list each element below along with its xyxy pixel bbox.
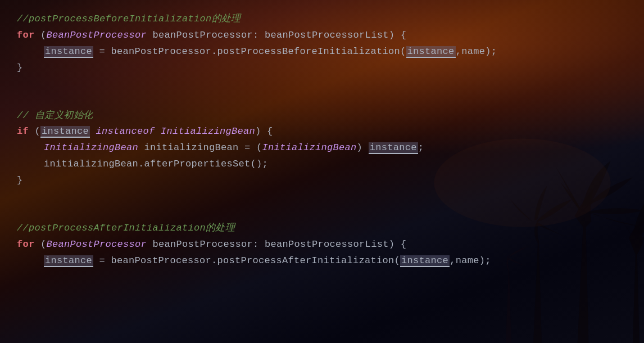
plain-if1: (: [29, 126, 40, 137]
empty-line-3: [17, 189, 627, 205]
empty-line-1: [17, 76, 627, 92]
code-container: //postProcessBeforeInitialization的处理 for…: [0, 0, 644, 343]
comment-after-cn: 的处理: [206, 223, 235, 233]
plain-cast1: initializingBean = (: [138, 142, 262, 153]
plain-cast2: ): [357, 142, 369, 153]
comment-before: //postProcessBeforeInitialization: [17, 13, 212, 24]
highlight-instance1b: instance: [406, 46, 456, 58]
code-line-comment1: //postProcessBeforeInitialization的处理: [17, 11, 627, 28]
type-initializingbean2: InitializingBean: [262, 142, 357, 153]
code-line-instance2: instance = beanPostProcessor.postProcess…: [17, 253, 627, 269]
plain-name1: ,name);: [456, 46, 497, 57]
keyword-if1: if: [17, 126, 29, 137]
code-line-comment2: // 自定义初始化: [17, 108, 627, 124]
highlight-instance4: instance: [44, 255, 93, 267]
code-line-for2: for (BeanPostProcessor beanPostProcessor…: [17, 237, 627, 253]
plain-assign1: = beanPostProcessor.postProcessBeforeIni…: [93, 46, 406, 57]
empty-line-2: [17, 92, 627, 108]
comment-after: //postProcessAfterInitialization: [17, 223, 206, 233]
brace-close2: }: [17, 175, 23, 186]
highlight-instance5: instance: [400, 255, 450, 267]
plain-assign2: = beanPostProcessor.postProcessAfterInit…: [93, 255, 400, 266]
keyword-for1: for: [17, 30, 35, 40]
type-beanpostprocessor2: BeanPostProcessor: [47, 239, 147, 250]
type-instanceof: instanceof InitializingBean: [96, 126, 256, 137]
code-line-method1: initializingBean.afterPropertiesSet();: [17, 156, 627, 173]
type-initializingbean1: InitializingBean: [44, 142, 138, 153]
code-line-for1: for (BeanPostProcessor beanPostProcessor…: [17, 28, 627, 44]
keyword-for2: for: [17, 239, 35, 250]
code-line-close2: }: [17, 173, 627, 189]
code-line-instance1: instance = beanPostProcessor.postProcess…: [17, 44, 627, 60]
code-line-close1: }: [17, 60, 627, 76]
code-line-cast1: InitializingBean initializingBean = (Ini…: [17, 140, 627, 156]
code-line-if1: if (instance instanceof InitializingBean…: [17, 124, 627, 140]
plain-for1: beanPostProcessor: beanPostProcessorList…: [147, 30, 406, 40]
empty-line-4: [17, 205, 627, 220]
brace-close1: }: [17, 62, 23, 73]
comment-custom-init: // 自定义初始化: [17, 110, 93, 121]
plain-if-close: ) {: [255, 126, 273, 137]
plain-for2: beanPostProcessor: beanPostProcessorList…: [147, 239, 406, 250]
type-beanpostprocessor1: BeanPostProcessor: [47, 30, 147, 40]
plain-space1: [90, 126, 96, 137]
comment-before-cn: 的处理: [212, 13, 241, 24]
plain-semi1: ;: [418, 142, 424, 153]
highlight-instance2: instance: [40, 126, 90, 138]
paren-for2: (: [35, 239, 47, 250]
code-line-comment3: //postProcessAfterInitialization的处理: [17, 220, 627, 237]
highlight-instance3: instance: [369, 142, 418, 154]
highlight-instance1: instance: [44, 46, 93, 58]
paren-for1: (: [35, 30, 47, 40]
plain-name2: ,name);: [450, 255, 491, 266]
plain-method1: initializingBean.afterPropertiesSet();: [44, 159, 268, 169]
